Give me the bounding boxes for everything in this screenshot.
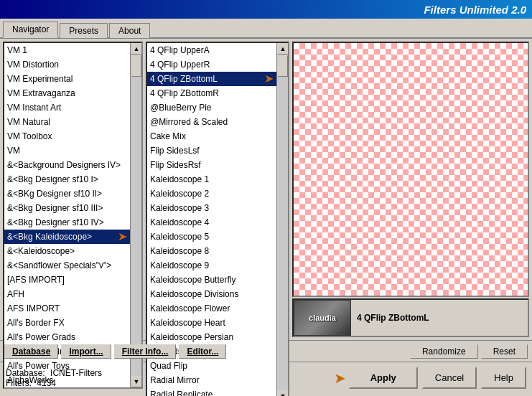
filter-arrow-4qflip-zbottoml: ➤ xyxy=(264,72,274,85)
category-item-afs-import[interactable]: AFS IMPORT xyxy=(4,301,130,316)
filter-item-kaleidoscope-3[interactable]: Kaleidoscope 3 xyxy=(147,201,276,215)
preview-panel: claudia 4 QFlip ZBottomL xyxy=(292,42,529,337)
filter-scroll-up[interactable]: ▲ xyxy=(277,43,289,55)
filter-item-blueberry-pie[interactable]: @BlueBerry Pie xyxy=(147,100,276,115)
filter-item-kaleidoscope-heart[interactable]: Kaleidoscope Heart xyxy=(147,316,276,330)
category-item-vm[interactable]: VM xyxy=(4,143,130,158)
filter-item-kaleidoscope-flower[interactable]: Kaleidoscope Flower xyxy=(147,301,276,316)
filters-panel: 4 QFlip UpperA4 QFlip UpperR4 QFlip ZBot… xyxy=(146,42,289,337)
filter-item-kaleidoscope-1[interactable]: Kaleidoscope 1 xyxy=(147,172,276,187)
category-item-vm-toolbox[interactable]: VM Toolbox xyxy=(4,129,130,143)
category-item-bg-designers-iv[interactable]: &<Background Designers IV> xyxy=(4,158,130,172)
preview-canvas xyxy=(292,42,529,297)
database-button[interactable]: Database xyxy=(4,344,58,359)
editor-button[interactable]: Editor... xyxy=(179,344,226,359)
filter-info-button[interactable]: Filter Info... xyxy=(114,344,177,359)
apply-area: ➤ Apply Cancel Help xyxy=(334,367,526,389)
filter-item-4qflip-uppera[interactable]: 4 QFlip UpperA xyxy=(147,43,276,57)
tab-navigator[interactable]: Navigator xyxy=(3,22,58,38)
category-item-all-power-grads[interactable]: All's Power Grads xyxy=(4,330,130,344)
categories-panel: VM 1VM DistortionVM ExperimentalVM Extra… xyxy=(3,42,143,337)
filters-list[interactable]: 4 QFlip UpperA4 QFlip UpperR4 QFlip ZBot… xyxy=(147,43,276,396)
category-item-bkg-designer-sf10-iii[interactable]: &<Bkg Designer sf10 III> xyxy=(4,201,130,215)
thumb-label: claudia xyxy=(309,314,336,322)
preview-strip: claudia 4 QFlip ZBottomL xyxy=(292,298,529,337)
category-item-bkg-designer-sf10-iv[interactable]: &<Bkg Designer sf10 IV> xyxy=(4,215,130,230)
category-item-afs-import-bracket[interactable]: [AFS IMPORT] xyxy=(4,273,130,287)
thumb-inner: claudia xyxy=(294,301,350,335)
filter-item-kaleidoscope-8[interactable]: Kaleidoscope 8 xyxy=(147,244,276,258)
checkerboard-bg xyxy=(294,43,528,296)
help-button[interactable]: Help xyxy=(481,367,526,389)
filter-item-kaleidoscope-2[interactable]: Kaleidoscope 2 xyxy=(147,187,276,201)
filter-item-kaleidoscope-9[interactable]: Kaleidoscope 9 xyxy=(147,258,276,273)
filter-item-radial-replicate[interactable]: Radial Replicate xyxy=(147,387,276,396)
filter-item-4qflip-zbottoml[interactable]: 4 QFlip ZBottomL➤ xyxy=(147,72,276,86)
filter-item-mirrored-scaled[interactable]: @Mirrored & Scaled xyxy=(147,115,276,129)
filter-scroll-down[interactable]: ▼ xyxy=(277,390,289,396)
cat-scroll-thumb[interactable] xyxy=(131,55,141,77)
cancel-button[interactable]: Cancel xyxy=(422,367,477,389)
tab-presets[interactable]: Presets xyxy=(60,23,108,38)
category-item-bkg-designer-sf10-ii[interactable]: &<BKg Designer sf10 II> xyxy=(4,187,130,201)
category-item-afh[interactable]: AFH xyxy=(4,287,130,301)
category-item-vm1[interactable]: VM 1 xyxy=(4,43,130,57)
category-arrow-bkg-kaleidoscope: ➤ xyxy=(118,230,127,243)
main-content: VM 1VM DistortionVM ExperimentalVM Extra… xyxy=(0,39,532,340)
filter-item-radial-mirror[interactable]: Radial Mirror xyxy=(147,373,276,387)
category-item-all-border-fx[interactable]: All's Border FX xyxy=(4,316,130,330)
database-status: Database: ICNET-Filters xyxy=(6,368,102,378)
filter-item-kaleidoscope-5[interactable]: Kaleidoscope 5 xyxy=(147,230,276,244)
filters-list-container: 4 QFlip UpperA4 QFlip UpperR4 QFlip ZBot… xyxy=(146,42,289,396)
category-item-kaleidoscope[interactable]: &<Kaleidoscope> xyxy=(4,244,130,258)
randomize-button[interactable]: Randomize xyxy=(410,344,478,359)
reset-button[interactable]: Reset xyxy=(481,344,528,359)
category-item-vm-distortion[interactable]: VM Distortion xyxy=(4,57,130,72)
apply-arrow-indicator: ➤ xyxy=(334,369,346,387)
status-bar: Database: ICNET-Filters Filters: 4134 xyxy=(6,368,102,388)
title-bar: Filters Unlimited 2.0 xyxy=(0,0,532,19)
filter-item-4qflip-upperr[interactable]: 4 QFlip UpperR xyxy=(147,57,276,72)
filter-item-cake-mix[interactable]: Cake Mix xyxy=(147,129,276,143)
category-item-bkg-designer-sf10-i[interactable]: &<Bkg Designer sf10 I> xyxy=(4,172,130,187)
categories-scrollbar[interactable]: ▲ ▼ xyxy=(130,43,141,387)
filter-item-kaleidoscope-persian[interactable]: Kaleidoscope Persian xyxy=(147,330,276,344)
filter-item-kaleidoscope-4[interactable]: Kaleidoscope 4 xyxy=(147,215,276,230)
filters-value: 4134 xyxy=(37,378,56,388)
filter-item-kaleidoscope-butterfly[interactable]: Kaleidoscope Butterfly xyxy=(147,273,276,287)
database-value: ICNET-Filters xyxy=(50,368,102,378)
preview-thumbnail: claudia xyxy=(294,300,351,336)
import-button[interactable]: Import... xyxy=(61,344,111,359)
category-item-vm-instant-art[interactable]: VM Instant Art xyxy=(4,100,130,115)
tab-bar: Navigator Presets About xyxy=(0,19,532,39)
filter-scroll-track[interactable] xyxy=(277,55,288,390)
filter-item-kaleidoscope-divisions[interactable]: Kaleidoscope Divisions xyxy=(147,287,276,301)
filter-scroll-thumb[interactable] xyxy=(278,55,288,77)
categories-list-container: VM 1VM DistortionVM ExperimentalVM Extra… xyxy=(3,42,143,389)
filters-status: Filters: 4134 xyxy=(6,378,102,388)
categories-list[interactable]: VM 1VM DistortionVM ExperimentalVM Extra… xyxy=(4,43,130,387)
filter-item-flip-sideslsf[interactable]: Flip SidesLsf xyxy=(147,143,276,158)
tab-about[interactable]: About xyxy=(109,23,150,38)
category-item-sandflower-specials[interactable]: &<Sandflower Specials"v"> xyxy=(4,258,130,273)
filter-item-quad-flip[interactable]: Quad Flip xyxy=(147,359,276,373)
category-item-vm-extravaganza[interactable]: VM Extravaganza xyxy=(4,86,130,100)
category-item-vm-experimental[interactable]: VM Experimental xyxy=(4,72,130,86)
category-item-vm-natural[interactable]: VM Natural xyxy=(4,115,130,129)
app-title: Filters Unlimited 2.0 xyxy=(424,4,526,16)
cat-scroll-up[interactable]: ▲ xyxy=(131,43,142,55)
filters-scrollbar[interactable]: ▲ ▼ xyxy=(276,43,288,396)
selected-filter-label: 4 QFlip ZBottomL xyxy=(351,310,435,326)
filter-item-flip-sidesrsf[interactable]: Flip SidesRsf xyxy=(147,158,276,172)
cat-scroll-track[interactable] xyxy=(131,55,141,376)
category-item-bkg-kaleidoscope[interactable]: &<Bkg Kaleidoscope>➤ xyxy=(4,230,130,244)
apply-button[interactable]: Apply xyxy=(349,367,418,389)
cat-scroll-down[interactable]: ▼ xyxy=(131,376,142,387)
filter-item-4qflip-zbottomr[interactable]: 4 QFlip ZBottomR xyxy=(147,86,276,100)
